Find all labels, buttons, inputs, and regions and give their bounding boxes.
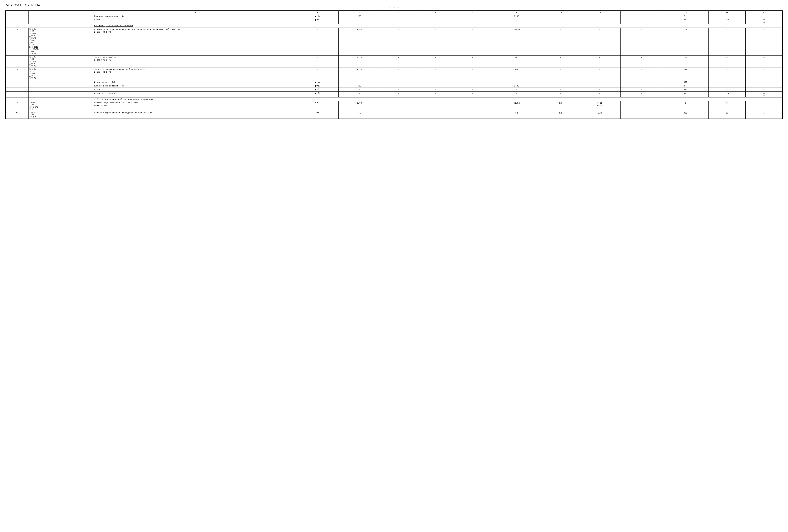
cell-item-desc: То же, стальных бесшовных труб диам. 89х… <box>93 68 297 80</box>
cell-item-c13: I60 <box>662 27 708 56</box>
table-row: Итого по I разделу руб. – – – – – – – – … <box>5 91 783 97</box>
cell-c15: – <box>745 14 783 18</box>
cell-summary-c8: – <box>454 91 491 97</box>
cell-summary-c8: – <box>454 84 491 88</box>
cell-c6: – <box>380 18 417 24</box>
cell-item-num: 9 <box>5 101 29 111</box>
cell-item-desc: Изоляция трубопроводов цилиндрами минера… <box>93 111 297 119</box>
cell-summary-label: Итого по I разделу <box>93 91 297 97</box>
cell-item-qty: 0,52 <box>338 27 380 56</box>
cell-summary-c10: – <box>542 80 579 84</box>
cell-summary-c6: – <box>380 91 417 97</box>
col-header-14: 14 <box>708 11 745 15</box>
cell-item-c14: 26 <box>708 111 745 119</box>
cell-c5: 233 <box>338 14 380 18</box>
cell-summary-c6: – <box>380 84 417 88</box>
cell-item-c13: 24I <box>662 68 708 80</box>
cell-summary-c11: – <box>579 80 620 84</box>
col-header-3: 3 <box>93 11 297 15</box>
cell-item-c12: – <box>620 111 662 119</box>
col-header-12: 12 <box>620 11 662 15</box>
cell-item-c9: II,02 <box>491 101 542 111</box>
cell-underline-header: Материалы, не учтенные ценником <box>93 24 783 28</box>
table-row: Итого руб. – – – – – – – – 646 – – <box>5 88 783 91</box>
cell-c10: – <box>542 18 579 24</box>
cell-summary-c11: – <box>579 91 620 97</box>
cell-c7: – <box>417 14 454 18</box>
cell-summary-c10: – <box>542 88 579 91</box>
cell-c3: Плановые накопления – 6% <box>93 14 297 18</box>
header-row: 1 2 3 4 5 6 7 8 9 10 11 12 13 14 15 <box>5 11 783 15</box>
cell-summary-empty2 <box>29 91 93 97</box>
cell-item-c15: – <box>745 101 783 111</box>
cell-item-qty: 0,70 <box>338 56 380 68</box>
cell-section-empty2 <box>29 98 93 101</box>
cell-summary-c7: – <box>417 80 454 84</box>
cell-item-c15: – <box>745 27 783 56</box>
table-row: II. Строительные работы, связанные с мон… <box>5 98 783 101</box>
cell-item-c9: 62 <box>491 111 542 119</box>
cell-c3: Итого <box>93 18 297 24</box>
cell-c2 <box>29 14 93 18</box>
cell-summary-empty1 <box>5 84 29 88</box>
cell-item-c8: – <box>454 68 491 80</box>
cell-summary-empty2 <box>29 80 93 84</box>
cell-item-c10: – <box>542 27 579 56</box>
cell-c1 <box>5 18 29 24</box>
cell-item-ref: 20–65табл.27.I-5=0К=2 <box>29 101 93 111</box>
cell-c15: II3 <box>745 18 783 24</box>
table-row: 7 Ц.I,ч.Ур.IIп.257Iдоп.2К=0,75 То же, ди… <box>5 56 783 68</box>
table-row: 9 20–65табл.27.I-5=0К=2 Окраска труб кра… <box>5 101 783 111</box>
cell-item-c8: – <box>454 101 491 111</box>
cell-summary-c14: – <box>708 80 745 84</box>
cell-item-c11: 0,20,I <box>579 111 620 119</box>
col-header-4: 4 <box>297 11 338 15</box>
cell-summary-c11: – <box>579 88 620 91</box>
cell-item-c15: – <box>745 68 783 80</box>
cell-c11: – <box>579 18 620 24</box>
cell-summary-empty2 <box>29 84 93 88</box>
cell-summary-c4: руб. <box>297 88 338 91</box>
cell-item-unit: I00 м2 <box>297 101 338 111</box>
cell-c14: – <box>708 14 745 18</box>
cell-item-ref: Ц.I,ч.Ур.IIп.2568доп.2ПисьмоГосст-рояССС… <box>29 27 93 56</box>
cell-item-c14: – <box>708 68 745 80</box>
cell-summary-empty2 <box>29 88 93 91</box>
cell-item-num: I0 <box>5 111 29 119</box>
cell-summary-c12: – <box>620 80 662 84</box>
cell-c6: – <box>380 14 417 18</box>
cell-item-ref: I9–25табл.28-2-г <box>29 111 93 119</box>
table-row: 8 Ц.I,ч.Ур.IIп.869доп.IК=0,75 То же, ста… <box>5 68 783 80</box>
cell-item-c9: 344 <box>491 68 542 80</box>
cell-c13: I4 <box>662 14 708 18</box>
cell-summary-c12: – <box>620 88 662 91</box>
cell-item-c9: 307,0 <box>491 27 542 56</box>
cell-item-c12: – <box>620 56 662 68</box>
cell-item-c11: – <box>579 27 620 56</box>
cell-summary-c6: – <box>380 88 417 91</box>
cell-summary-c4: руб. <box>297 84 338 88</box>
cell-summary-c13: 609 <box>662 80 708 84</box>
cell-summary-c12: – <box>620 91 662 97</box>
cell-item-qty: 0,70 <box>338 101 380 111</box>
cell-summary-c13: 646 <box>662 88 708 91</box>
cell-summary-c13: 37 <box>662 84 708 88</box>
cell-item-c12: – <box>620 68 662 80</box>
cell-c11: – <box>579 14 620 18</box>
doc-ref: 903-2-/9.63 .Лл.8.7, кн.I <box>5 4 41 6</box>
cell-summary-c7: – <box>417 88 454 91</box>
cell-summary-c8: – <box>454 80 491 84</box>
table-row: Плановые накопления – 6% руб. 233 – – – … <box>5 14 783 18</box>
cell-item-desc: Стоимость технологических узлов из сталь… <box>93 27 297 56</box>
cell-summary-empty1 <box>5 91 29 97</box>
cell-item-c7: – <box>417 101 454 111</box>
cell-summary-c5: – <box>338 80 380 84</box>
cell-summary-c6: – <box>380 80 417 84</box>
cell-summary-c15: II3 <box>745 91 783 97</box>
cell-item-c7: – <box>417 68 454 80</box>
cell-item-c6: – <box>380 101 417 111</box>
cell-c9: 0,06 <box>491 14 542 18</box>
cell-c13: 247 <box>662 18 708 24</box>
cell-item-c13: 329 <box>662 111 708 119</box>
cell-item-num: 7 <box>5 56 29 68</box>
